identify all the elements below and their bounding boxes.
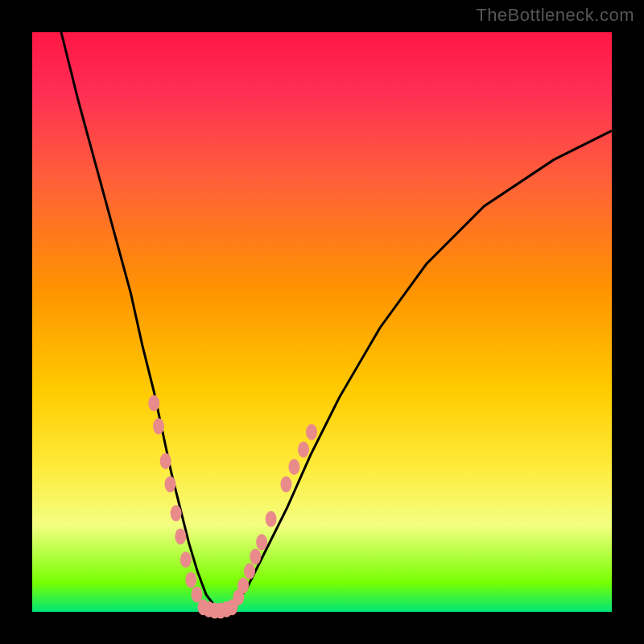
bottleneck-curve — [61, 32, 612, 612]
data-marker — [306, 424, 317, 440]
chart-stage: TheBottleneck.com — [0, 0, 644, 644]
watermark-text: TheBottleneck.com — [476, 5, 634, 26]
data-marker — [160, 453, 171, 469]
data-marker — [237, 578, 249, 594]
data-marker — [280, 477, 291, 493]
data-marker — [266, 511, 277, 527]
plot-area — [32, 32, 612, 612]
data-marker — [298, 441, 309, 457]
data-marker — [256, 535, 267, 551]
data-markers — [148, 395, 317, 619]
curve-svg — [32, 32, 612, 612]
data-marker — [164, 477, 175, 493]
data-marker — [148, 395, 159, 411]
data-marker — [250, 549, 261, 565]
data-marker — [244, 564, 255, 580]
data-marker — [288, 459, 299, 475]
data-marker — [180, 551, 192, 568]
data-marker — [171, 506, 182, 522]
data-marker — [153, 419, 164, 435]
data-marker — [175, 528, 186, 544]
data-marker — [185, 572, 196, 588]
